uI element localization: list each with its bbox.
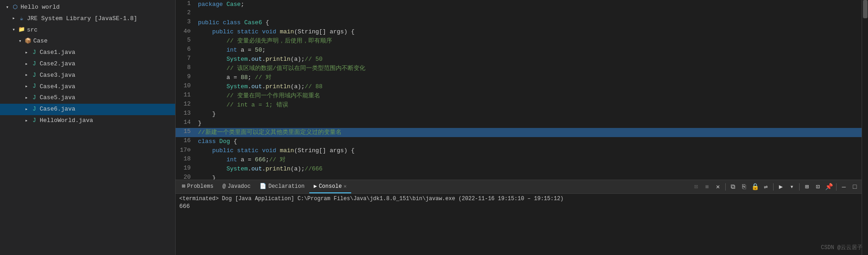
line-content: public static void main(String[] args) { (196, 27, 862, 37)
sidebar-item-label: HelloWorld.java (40, 116, 93, 126)
declaration-icon: 📄 (260, 183, 266, 190)
code-line-17: 17⊖ public static void main(String[] arg… (176, 146, 862, 155)
chevron-icon: ▾ (10, 26, 17, 34)
line-content: // 变量必须先声明，后使用，即有顺序 (196, 37, 862, 46)
code-line-5: 5 // 变量必须先声明，后使用，即有顺序 (176, 37, 862, 46)
sidebar-item-src[interactable]: ▾ 📁 src (0, 25, 175, 36)
tab-declaration[interactable]: 📄 Declaration (255, 181, 309, 193)
tab-label: Console (319, 183, 342, 190)
code-line-9: 9 a = 88; // 对 (176, 73, 862, 82)
folder-icon: 📁 (17, 26, 26, 34)
chevron-icon: ▸ (23, 71, 30, 80)
code-line-6: 6 int a = 50; (176, 46, 862, 55)
javadoc-icon: @ (223, 183, 226, 190)
code-line-19: 19 System.out.println(a);//666 (176, 165, 862, 174)
line-content: } (196, 119, 862, 128)
sidebar-item-label: src (27, 26, 37, 35)
console-close-x[interactable]: ✕ (343, 183, 347, 189)
sidebar-item-label: Case1.java (40, 48, 75, 58)
chevron-icon: ▸ (23, 60, 30, 69)
toolbar-separator-3 (799, 183, 800, 191)
package-icon: 📦 (24, 37, 32, 46)
sidebar-item-case4[interactable]: ▸ J Case4.java (0, 81, 175, 93)
scrollbar-thumb-v[interactable] (863, 0, 868, 18)
line-content: } (196, 174, 862, 180)
line-number: 10 (176, 82, 196, 91)
tab-problems[interactable]: ⊠ Problems (177, 181, 218, 193)
sidebar-item-label: Case2.java (40, 59, 75, 69)
line-content: int a = 50; (196, 46, 862, 55)
console-terminated-line: <terminated> Dog [Java Application] C:\P… (179, 196, 858, 202)
line-content: package Case; (196, 0, 862, 9)
line-number: 7 (176, 55, 196, 64)
line-content: class Dog { (196, 137, 862, 146)
maximize-button[interactable]: □ (850, 182, 860, 192)
remove-launch-button[interactable]: ✕ (713, 182, 723, 192)
code-line-3: 3 public class Case6 { (176, 18, 862, 27)
vertical-scrollbar[interactable] (862, 0, 868, 255)
editor-area: 1 package Case; 2 3 public class Case6 { (176, 0, 862, 255)
jre-icon: ☕ (17, 15, 26, 23)
copy-button[interactable]: ⧉ (728, 182, 738, 192)
clear-console-button[interactable]: ⊠ (691, 182, 701, 192)
line-number: 14 (176, 119, 196, 128)
line-content: // 变量在同一个作用域内不能重名 (196, 91, 862, 101)
java-file-icon: J (30, 94, 38, 102)
line-content: System.out.println(a);// 50 (196, 55, 862, 64)
java-file-icon: J (30, 117, 38, 125)
code-line-11: 11 // 变量在同一个作用域内不能重名 (176, 91, 862, 101)
chevron-icon: ▾ (16, 37, 24, 46)
code-line-4: 4⊖ public static void main(String[] args… (176, 27, 862, 37)
java-file-icon: J (30, 48, 38, 57)
code-line-10: 10 System.out.println(a);// 88 (176, 82, 862, 91)
line-content: //新建一个类里面可以定义其他类里面定义过的变量名 (196, 128, 862, 137)
main-area: ▾ ⬡ Hello world ▸ ☕ JRE System Library [… (0, 0, 868, 255)
sidebar-item-case6[interactable]: ▸ J Case6.java (0, 104, 175, 115)
sidebar-item-helloworld[interactable]: ▸ J HelloWorld.java (0, 115, 175, 127)
run-dropdown-button[interactable]: ▾ (787, 182, 797, 192)
java-file-icon: J (30, 60, 38, 69)
sidebar-item-jre[interactable]: ▸ ☕ JRE System Library [JavaSE-1.8] (0, 13, 175, 25)
open-console-button[interactable]: ⊞ (802, 182, 812, 192)
code-editor[interactable]: 1 package Case; 2 3 public class Case6 { (176, 0, 862, 180)
pin-button[interactable]: 📌 (824, 182, 834, 192)
toolbar-separator-2 (773, 183, 774, 191)
display-selected-button[interactable]: ⊡ (813, 182, 823, 192)
code-line-13: 13 } (176, 110, 862, 119)
sidebar-item-label: Case5.java (40, 93, 75, 103)
bottom-tab-bar: ⊠ Problems @ Javadoc 📄 Declaration ▶ Con… (176, 180, 862, 194)
tab-javadoc[interactable]: @ Javadoc (218, 181, 255, 193)
tab-console[interactable]: ▶ Console ✕ (309, 181, 351, 193)
tab-label: Javadoc (228, 183, 250, 190)
line-content: int a = 666;// 对 (196, 155, 862, 165)
problems-icon: ⊠ (182, 183, 185, 190)
minimize-button[interactable]: — (839, 182, 849, 192)
paste-button[interactable]: ⎘ (739, 182, 749, 192)
sidebar-item-hello-world[interactable]: ▾ ⬡ Hello world (0, 2, 175, 13)
code-line-18: 18 int a = 666;// 对 (176, 155, 862, 165)
sidebar-item-case5[interactable]: ▸ J Case5.java (0, 92, 175, 104)
code-line-8: 8 // 该区域的数据/值可以在同一类型范围内不断变化 (176, 64, 862, 73)
console-icon: ▶ (314, 183, 317, 190)
java-file-icon: J (30, 105, 38, 114)
word-wrap-button[interactable]: ⇌ (761, 182, 771, 192)
sidebar-item-case1[interactable]: ▸ J Case1.java (0, 47, 175, 58)
console-output-area: <terminated> Dog [Java Application] C:\P… (176, 194, 862, 255)
stop-button[interactable]: ■ (702, 182, 712, 192)
line-number: 13 (176, 110, 196, 119)
code-line-20: 20 } (176, 174, 862, 180)
code-line-2: 2 (176, 9, 862, 18)
tab-label: Problems (187, 183, 213, 190)
sidebar-item-label: Case3.java (40, 71, 75, 80)
line-content: public static void main(String[] args) { (196, 146, 862, 155)
sidebar-item-case2[interactable]: ▸ J Case2.java (0, 58, 175, 70)
tab-label: Declaration (268, 183, 304, 190)
sidebar-item-case3[interactable]: ▸ J Case3.java (0, 70, 175, 81)
run-button[interactable]: ▶ (776, 182, 786, 192)
java-file-icon: J (30, 82, 38, 91)
line-number: 19 (176, 165, 196, 174)
scroll-lock-button[interactable]: 🔒 (750, 182, 760, 192)
line-number: 8 (176, 64, 196, 73)
code-line-16: 16 class Dog { (176, 137, 862, 146)
sidebar-item-case-package[interactable]: ▾ 📦 Case (0, 36, 175, 47)
